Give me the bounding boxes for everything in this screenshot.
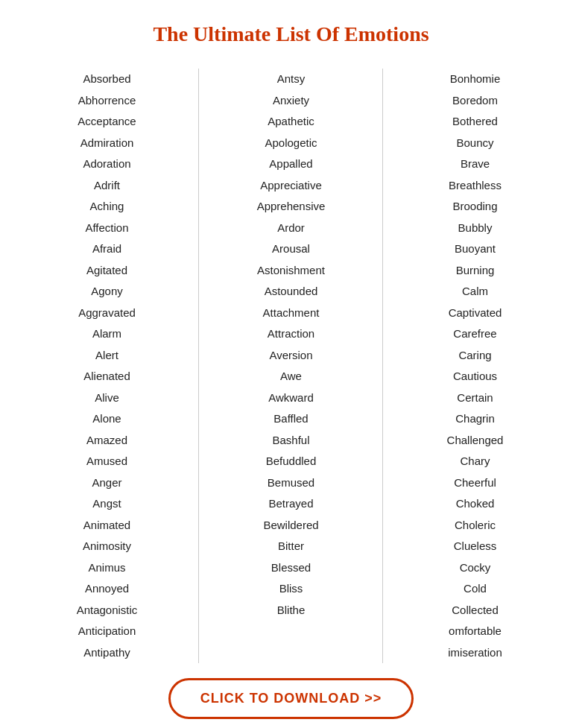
list-item: Affection [85,218,128,239]
list-item: Agony [91,281,123,303]
download-button[interactable]: CLICK TO DOWNLOAD >> [168,678,414,719]
list-item: Annoyed [85,578,129,600]
list-item: Anxiety [273,90,309,112]
list-item: Alive [95,387,119,409]
list-item: Collected [452,600,499,621]
list-item: Animated [83,515,130,536]
list-item: Certain [457,387,493,409]
list-item: Apprehensive [257,196,326,218]
list-item: Bonhomie [450,69,501,90]
list-item: Attachment [263,303,320,324]
list-item: Buoyant [455,238,496,260]
list-item: Captivated [449,303,502,324]
list-item: imiseration [448,642,502,664]
list-item: Aggravated [78,303,136,324]
list-item: Bemused [268,472,314,494]
list-item: Abhorrence [78,90,136,112]
list-item: Aching [90,196,124,218]
list-item: Awkward [268,387,314,409]
list-item: Choked [456,493,495,515]
list-item: Burning [456,260,495,282]
list-item: Amused [86,451,127,472]
list-item: Cautious [453,366,497,387]
list-item: Antsy [277,69,306,90]
list-item: Cold [464,578,487,600]
list-item: Antipathy [83,642,130,664]
list-item: Befuddled [266,451,317,472]
list-item: Adoration [83,153,130,175]
list-item: Apathetic [268,111,314,133]
list-item: Antagonistic [77,600,138,621]
list-item: Apologetic [265,133,317,154]
list-item: Admiration [80,133,134,154]
list-item: Amazed [86,430,127,452]
list-item: Boredom [452,90,498,112]
list-item: Adrift [94,175,120,197]
list-item: Bubbly [458,218,493,239]
list-item: Bashful [272,430,309,452]
list-item: Bitter [278,536,304,557]
list-item: Acceptance [78,111,136,133]
list-item: Blessed [271,557,311,579]
list-item: Animosity [83,536,131,557]
list-item: Attraction [268,323,314,345]
list-item: Carefree [453,323,496,345]
list-item: Challenged [447,430,504,452]
list-item: Animus [88,557,125,579]
list-item: Appreciative [260,175,322,197]
list-item: Blithe [277,600,306,621]
list-item: Breathless [449,175,502,197]
list-item: Astonishment [257,260,325,282]
list-item: Awe [280,366,302,387]
list-item: omfortable [449,621,502,642]
list-item: Arousal [272,238,310,260]
list-item: Bouncy [456,133,493,154]
list-item: Aversion [269,345,312,367]
column-3: BonhomieBoredomBotheredBouncyBraveBreath… [383,69,567,663]
list-item: Calm [462,281,488,303]
list-item: Betrayed [268,493,313,515]
list-item: Afraid [92,238,121,260]
list-item: Baffled [273,408,308,430]
list-item: Alarm [92,323,121,345]
list-item: Brooding [452,196,497,218]
list-item: Bewildered [263,515,318,536]
list-item: Anger [92,472,121,494]
list-item: Agitated [86,260,127,282]
emotions-columns: AbsorbedAbhorrenceAcceptanceAdmirationAd… [15,69,567,663]
list-item: Cheerful [454,472,496,494]
list-item: Alert [95,345,118,367]
column-1: AbsorbedAbhorrenceAcceptanceAdmirationAd… [15,69,199,663]
download-section: CLICK TO DOWNLOAD >> [15,678,567,719]
list-item: Absorbed [83,69,130,90]
list-item: Appalled [269,153,312,175]
list-item: Caring [458,345,491,367]
page-title: The Ultimate List Of Emotions [15,22,567,46]
list-item: Bothered [452,111,498,133]
list-item: Ardor [277,218,305,239]
list-item: Angst [92,493,121,515]
list-item: Chary [460,451,490,472]
list-item: Astounded [265,281,318,303]
list-item: Chagrin [455,408,495,430]
list-item: Clueless [454,536,497,557]
list-item: Alienated [83,366,130,387]
list-item: Bliss [279,578,303,600]
list-item: Alone [92,408,121,430]
list-item: Choleric [455,515,496,536]
list-item: Anticipation [78,621,136,642]
list-item: Cocky [460,557,491,579]
list-item: Brave [461,153,490,175]
column-2: AntsyAnxietyApatheticApologeticAppalledA… [199,69,383,663]
